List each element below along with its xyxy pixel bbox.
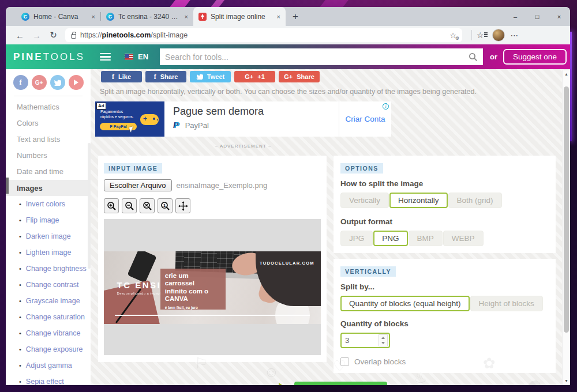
facebook-like-button[interactable]: fLike xyxy=(101,71,142,82)
sidebar: f G+ Mathematics Colors Text and lists N… xyxy=(6,69,91,385)
google-plus-one-button[interactable]: G++1 xyxy=(234,71,275,82)
split-both-grid-option[interactable]: Both (grid) xyxy=(448,193,502,208)
choose-file-button[interactable]: Escolher Arquivo xyxy=(104,179,172,191)
twitter-icon[interactable] xyxy=(50,75,65,90)
us-flag-icon[interactable] xyxy=(125,54,133,60)
format-png-option[interactable]: PNG xyxy=(373,231,407,246)
tool-description: Split an image horizontally, vertically … xyxy=(100,88,570,96)
overlap-blocks-label: Overlap blocks xyxy=(354,357,406,366)
lock-icon xyxy=(71,34,76,39)
close-button[interactable]: × xyxy=(548,7,570,26)
sidebar-tool-change-contrast[interactable]: •Change contrast xyxy=(6,277,91,293)
maximize-button[interactable]: □ xyxy=(526,7,548,26)
split-horizontally-option[interactable]: Horizontally xyxy=(389,193,448,208)
facebook-f-icon: f xyxy=(112,73,114,81)
hamburger-menu-icon[interactable] xyxy=(100,51,111,63)
tab-strip: C Home - Canva × C Tc ensina - 3240 px ×… xyxy=(6,7,570,26)
split-vertically-option[interactable]: Vertically xyxy=(340,193,389,208)
tool-search-box xyxy=(160,48,483,65)
suggest-one-button[interactable]: Suggest one xyxy=(503,49,567,65)
sidebar-category-numbers[interactable]: Numbers xyxy=(6,148,91,164)
new-tab-button[interactable]: + xyxy=(293,11,298,22)
background-pattern-icon: ✿ xyxy=(483,355,496,372)
facebook-share-button[interactable]: fShare xyxy=(145,71,186,82)
sidebar-tool-adjust-gamma[interactable]: •Adjust gamma xyxy=(6,357,91,374)
sidebar-tool-change-saturation[interactable]: •Change saturation xyxy=(6,309,91,325)
background-pattern-icon: ♡ xyxy=(333,357,346,375)
ad-text-area: Pague sem demora PP PayPal xyxy=(164,101,339,137)
vertically-label: VERTICALLY xyxy=(340,266,396,277)
sidebar-category-mathematics[interactable]: Mathematics xyxy=(6,99,91,115)
tool-search-input[interactable] xyxy=(165,52,469,62)
youtube-icon[interactable] xyxy=(69,75,84,90)
ad-info-icon[interactable]: i xyxy=(383,103,389,110)
pinetools-logo[interactable]: PINETOOLS xyxy=(13,51,85,63)
page-scrollbar[interactable]: ▴ ▾ xyxy=(562,70,570,385)
sidebar-category-text-and-lists[interactable]: Text and lists xyxy=(6,131,91,147)
sidebar-tool-lighten-image[interactable]: •Lighten image xyxy=(6,244,91,261)
tab-tc-ensina[interactable]: C Tc ensina - 3240 px × 1080 px × xyxy=(101,7,193,26)
tab-split-image-online[interactable]: Split image online × xyxy=(193,7,286,26)
ad-title: Pague sem demora xyxy=(173,105,339,118)
scrollbar-thumb[interactable] xyxy=(564,86,569,333)
ad-image[interactable]: Ad Pagamentos rápidos e seguros. PPayPal xyxy=(95,101,164,137)
sidebar-scrollbar-thumb[interactable] xyxy=(6,178,9,194)
forward-icon[interactable]: → xyxy=(28,31,45,40)
search-icon[interactable] xyxy=(469,52,478,62)
social-icons-row: f G+ xyxy=(6,69,91,95)
zoom-toolbar: 1 xyxy=(104,198,321,213)
quantity-input[interactable] xyxy=(342,336,374,345)
preview-banner-image: TUDOCELULAR.COM TC ENSINA Descomplicando… xyxy=(104,251,321,324)
tab-close-icon[interactable]: × xyxy=(92,13,95,20)
height-of-blocks-option[interactable]: Height of blocks xyxy=(470,296,543,311)
main-content: ♡ ☺ ♨ ✿ ☁ ⚐ fLike fShare Tweet G++1 G+Sh… xyxy=(91,69,570,385)
sidebar-tool-grayscale-image[interactable]: •Grayscale image xyxy=(6,293,91,309)
browser-menu-icon[interactable]: ⋯ xyxy=(511,31,519,40)
sidebar-tool-change-brightness[interactable]: •Change brightness xyxy=(6,261,91,277)
background-pattern-icon: ☺ xyxy=(264,363,279,381)
split-image-button[interactable]: ⚙ SPLIT IMAGE! xyxy=(294,382,387,385)
sidebar-tool-darken-image[interactable]: •Darken image xyxy=(6,228,91,244)
banner-watermark: TUDOCELULAR.COM xyxy=(260,261,314,266)
tab-close-icon[interactable]: × xyxy=(277,13,280,20)
sidebar-category-colors[interactable]: Colors xyxy=(6,115,91,131)
banner-overlay-box: crie um carrossel infinito com o CANVA é… xyxy=(160,269,226,310)
url-field[interactable]: https://pinetools.com/split-image ☆⚙ xyxy=(65,28,462,42)
social-share-row: fLike fShare Tweet G++1 G+Share xyxy=(101,71,570,82)
pan-move-button[interactable] xyxy=(175,198,190,213)
zoom-reset-button[interactable] xyxy=(140,198,155,213)
google-plus-icon[interactable]: G+ xyxy=(32,75,47,90)
tab-home-canva[interactable]: C Home - Canva × xyxy=(16,7,100,26)
sidebar-tool-change-exposure[interactable]: •Change exposure xyxy=(6,341,91,357)
sidebar-category-images[interactable]: Images xyxy=(6,180,91,196)
sidebar-tool-flip-image[interactable]: •Flip image xyxy=(6,212,91,228)
favorites-icon[interactable]: ☆ xyxy=(477,31,486,40)
tweet-button[interactable]: Tweet xyxy=(190,71,231,82)
back-icon[interactable]: ← xyxy=(12,31,28,40)
minimize-button[interactable]: – xyxy=(504,7,526,26)
stepper-down-icon[interactable] xyxy=(379,341,387,346)
zoom-original-button[interactable]: 1 xyxy=(158,198,173,213)
sidebar-tool-sepia-effect[interactable]: •Sepia effect xyxy=(6,374,91,385)
ad-banner[interactable]: Ad Pagamentos rápidos e seguros. PPayPal… xyxy=(95,101,391,137)
tab-close-icon[interactable]: × xyxy=(185,13,188,20)
zoom-in-button[interactable] xyxy=(104,198,119,213)
profile-avatar[interactable] xyxy=(492,29,505,42)
sidebar-tool-invert-colors[interactable]: •Invert colors xyxy=(6,196,91,212)
image-preview-canvas[interactable]: TUDOCELULAR.COM TC ENSINA Descomplicando… xyxy=(104,219,321,355)
language-label[interactable]: EN xyxy=(138,52,148,61)
reload-icon[interactable]: ↻ xyxy=(45,30,62,40)
stepper-up-icon[interactable] xyxy=(379,335,387,341)
quantity-of-blocks-option[interactable]: Quantity of blocks (equal height) xyxy=(340,296,470,311)
zoom-out-button[interactable] xyxy=(122,198,137,213)
sidebar-tool-change-vibrance[interactable]: •Change vibrance xyxy=(6,325,91,341)
facebook-icon[interactable]: f xyxy=(13,75,28,90)
format-bmp-option[interactable]: BMP xyxy=(409,231,443,246)
google-plus-share-button[interactable]: G+Share xyxy=(279,71,320,82)
format-jpg-option[interactable]: JPG xyxy=(340,231,373,246)
scroll-down-icon[interactable]: ▾ xyxy=(563,378,570,383)
format-webp-option[interactable]: WEBP xyxy=(443,231,484,246)
scroll-up-icon[interactable]: ▴ xyxy=(563,71,570,77)
bookmark-star-icon[interactable]: ☆⚙ xyxy=(449,31,456,40)
sidebar-category-date-and-time[interactable]: Date and time xyxy=(6,164,91,180)
